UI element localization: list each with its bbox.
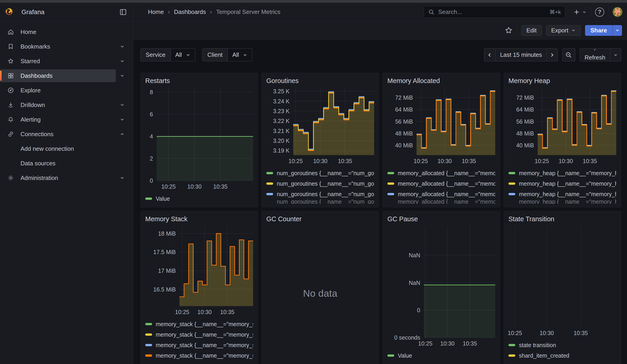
legend: Value: [387, 349, 495, 361]
search-input[interactable]: ⌘+k: [424, 6, 565, 18]
sidebar-item-alerting[interactable]: Alerting: [0, 113, 116, 126]
panel-title[interactable]: Restarts: [145, 77, 253, 85]
legend-item[interactable]: memory_heap {__name__="memory_h: [508, 168, 616, 178]
refresh-interval-chevron[interactable]: [610, 49, 621, 61]
panel-title[interactable]: GC Pause: [387, 215, 495, 223]
legend-swatch: [145, 323, 152, 325]
chevron-down-icon[interactable]: [116, 59, 129, 64]
legend-label: memory_allocated {__name__="memc: [398, 199, 495, 204]
avatar[interactable]: [613, 7, 623, 17]
export-button[interactable]: Export: [546, 25, 581, 36]
plot-region[interactable]: [417, 88, 495, 155]
chart-area: NaNNaN00 seconds: [387, 226, 495, 338]
legend-item[interactable]: state transition: [508, 340, 616, 350]
panel-title[interactable]: Memory Heap: [508, 77, 616, 85]
sidebar-item-drilldown[interactable]: Drilldown: [0, 99, 116, 111]
panel-title[interactable]: GC Counter: [266, 215, 374, 223]
chevron-down-icon[interactable]: [116, 175, 129, 180]
legend-item[interactable]: num_goroutines {__name__="num_go: [266, 178, 374, 189]
legend-item[interactable]: memory_stack {__name__="memory_s: [145, 319, 253, 329]
legend-item[interactable]: memory_allocated {__name__="memc: [387, 189, 495, 199]
plot-region[interactable]: [293, 88, 374, 155]
help-icon[interactable]: ?: [595, 7, 604, 17]
y-tick-label: 48 MiB: [395, 130, 413, 137]
sidebar-item-dashboards[interactable]: Dashboards: [0, 69, 116, 82]
legend-item[interactable]: memory_heap {__name__="memory_h: [508, 178, 616, 189]
legend-item[interactable]: memory_heap {__name__="memory_h: [508, 189, 616, 199]
sidebar-row: Alerting: [0, 112, 133, 127]
share-menu-chevron[interactable]: [612, 25, 622, 36]
chevron-down-icon: [243, 52, 248, 57]
sidebar-row: Explore: [0, 83, 133, 98]
plot-region[interactable]: [538, 88, 616, 155]
legend-label: memory_stack {__name__="memory_s: [156, 321, 253, 327]
y-axis: NaNNaN00 seconds: [387, 226, 424, 338]
legend-item[interactable]: num_goroutines {__name__="num_go: [266, 199, 374, 204]
chevron-down-icon: [186, 52, 191, 57]
breadcrumb-item[interactable]: Home: [148, 8, 164, 15]
plot-region[interactable]: [508, 226, 616, 327]
chevron-up-icon[interactable]: [116, 132, 129, 137]
legend-item[interactable]: memory_stack {__name__="memory_s: [145, 329, 253, 340]
share-button[interactable]: Share: [585, 25, 612, 36]
sidebar-item-administration[interactable]: Administration: [0, 171, 116, 184]
divider: [608, 7, 609, 17]
edit-button[interactable]: Edit: [521, 25, 542, 36]
sidebar-item-label: Home: [20, 29, 36, 36]
legend-item[interactable]: Value: [145, 193, 253, 204]
sidebar-item-connections[interactable]: Connections: [0, 128, 116, 141]
legend-item[interactable]: memory_allocated {__name__="memc: [387, 168, 495, 178]
panel-title[interactable]: Memory Stack: [145, 215, 253, 223]
panel-title[interactable]: Goroutines: [266, 77, 374, 85]
legend-item[interactable]: memory_stack {__name__="memory_s: [145, 340, 253, 350]
client-variable: Client All: [202, 48, 252, 61]
time-back-button[interactable]: [484, 49, 495, 61]
sidebar-item-data-sources[interactable]: Data sources: [0, 157, 129, 170]
refresh-button[interactable]: Refresh: [580, 49, 610, 61]
legend-item[interactable]: memory_stack {__name__="memory_s: [145, 350, 253, 361]
chart-area: [508, 226, 616, 327]
y-tick-label: 17.5 MiB: [153, 249, 176, 256]
legend-item[interactable]: memory_allocated {__name__="memc: [387, 178, 495, 189]
sidebar: HomeBookmarksStarredDashboardsExploreDri…: [0, 21, 133, 364]
panel-title[interactable]: Memory Allocated: [387, 77, 495, 85]
sidebar-item-bookmarks[interactable]: Bookmarks: [0, 40, 116, 53]
search-icon: [428, 9, 435, 15]
legend-item[interactable]: memory_heap {__name__="memory_h: [508, 199, 616, 204]
time-forward-button[interactable]: [547, 49, 558, 61]
legend-item[interactable]: Value: [387, 350, 495, 361]
service-variable-value[interactable]: All: [171, 49, 195, 61]
dock-sidebar-icon[interactable]: [119, 8, 127, 16]
chevron-down-icon[interactable]: [116, 73, 129, 78]
y-tick-label: 0: [417, 307, 420, 313]
sidebar-item-starred[interactable]: Starred: [0, 55, 116, 67]
y-tick-label: 72 MiB: [516, 94, 534, 101]
y-tick-label: 4: [150, 133, 153, 140]
zoom-out-icon[interactable]: [562, 48, 575, 61]
search-field[interactable]: [438, 8, 546, 16]
client-variable-value[interactable]: All: [228, 49, 252, 61]
legend-item[interactable]: shard_item_created: [508, 350, 616, 361]
time-range-button[interactable]: Last 15 minutes: [495, 49, 547, 61]
breadcrumb-item[interactable]: Dashboards: [174, 8, 206, 15]
favorite-star-icon[interactable]: [505, 26, 513, 34]
chevron-down-icon[interactable]: [116, 44, 129, 49]
panel-gc-counter: GC CounterNo data: [261, 211, 379, 364]
chevron-down-icon[interactable]: [116, 103, 129, 107]
grafana-logo[interactable]: [4, 7, 14, 17]
legend-item[interactable]: memory_allocated {__name__="memc: [387, 199, 495, 204]
new-button[interactable]: [573, 8, 587, 16]
plot-region[interactable]: [179, 226, 253, 306]
chevron-down-icon[interactable]: [116, 117, 129, 122]
sidebar-item-explore[interactable]: Explore: [0, 84, 129, 97]
sidebar-item-label: Drilldown: [20, 102, 45, 108]
panel-title[interactable]: State Transition: [508, 215, 616, 223]
legend-item[interactable]: num_goroutines {__name__="num_go: [266, 189, 374, 199]
plot-region[interactable]: [157, 88, 253, 181]
sidebar-item-add-new-connection[interactable]: Add new connection: [0, 142, 129, 155]
x-tick-label: 10:35: [220, 309, 235, 315]
plot-region[interactable]: [424, 226, 495, 338]
sidebar-row: Add new connection: [0, 141, 133, 156]
legend-item[interactable]: num_goroutines {__name__="num_go: [266, 168, 374, 178]
sidebar-item-home[interactable]: Home: [0, 26, 129, 38]
